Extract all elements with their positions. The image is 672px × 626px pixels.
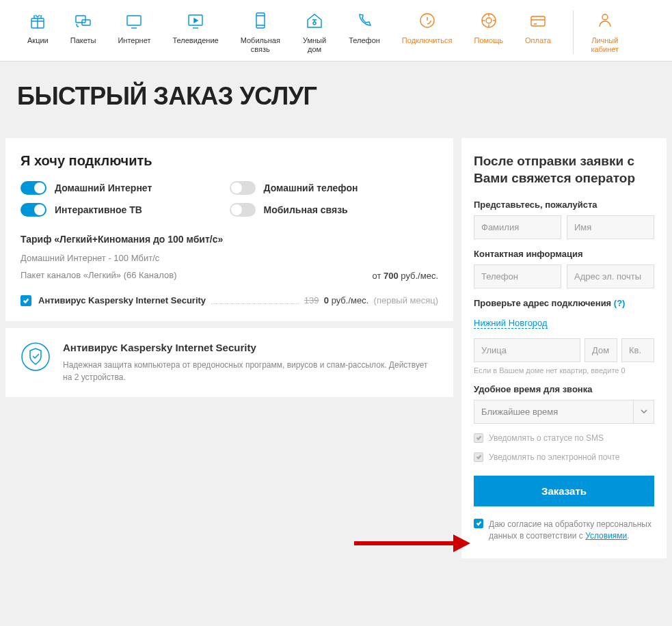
kaspersky-price: 139 0 руб./мес. (первый месяц) [304,295,438,305]
name-input[interactable] [567,215,654,239]
house-input[interactable] [584,338,617,362]
email-notify-checkbox[interactable] [474,452,483,462]
top-nav: АкцииПакетыИнтернетТелевидениеМобильная … [0,0,672,62]
tariff-detail: Домашний Интернет - 100 Мбит/с [21,251,438,266]
toggle-3[interactable] [230,203,256,217]
toggle-2[interactable] [21,203,46,217]
nav-icon [479,10,499,31]
nav-item-8[interactable]: Помощь [474,10,504,54]
nav-icon [354,10,375,31]
apartment-input[interactable] [621,338,654,362]
nav-icon [250,10,271,31]
toggle-0[interactable] [21,181,46,195]
toggle-label: Домашний телефон [264,182,358,193]
toggle-label: Мобильная связь [264,204,348,215]
address-check-label: Проверьте адрес подключения (?) [474,298,654,308]
nav-label: Оплата [525,36,551,45]
nav-icon [528,10,548,31]
nav-item-7[interactable]: Подключиться [402,10,453,54]
nav-icon [185,10,206,31]
svg-point-9 [486,18,492,23]
help-link[interactable]: (?) [614,298,626,308]
services-panel: Я хочу подключить Домашний ИнтернетДомаш… [5,138,453,321]
nav-label: Акции [27,36,49,45]
nav-icon [27,10,48,31]
nav-label: Телевидение [172,36,218,45]
nav-item-4[interactable]: Мобильная связь [241,10,280,54]
nav-label: Личный кабинет [587,36,623,54]
order-form-panel: После отправки заявки с Вами свяжется оп… [461,138,667,558]
sms-notify-checkbox[interactable] [474,433,483,443]
nav-item-10[interactable]: Личный кабинет [587,10,623,54]
call-time-select[interactable]: Ближайшее время [474,400,654,424]
nav-item-2[interactable]: Интернет [118,10,150,54]
order-button[interactable]: Заказать [474,476,654,506]
sms-notify-label: Уведомлять о статусе по SMS [489,433,604,443]
nav-icon [304,10,325,31]
city-link[interactable]: Нижний Новгород [474,318,548,329]
tariff-name: Тариф «Легкий+Киномания до 100 мбит/с» [21,234,438,245]
nav-item-1[interactable]: Пакеты [70,10,96,54]
tariff-detail: Пакет каналов «Легкий» (66 Каналов) [21,269,176,283]
nav-label: Телефон [349,36,380,45]
svg-rect-10 [531,16,545,26]
nav-label: Интернет [118,36,150,45]
nav-label: Подключиться [402,36,453,45]
street-input[interactable] [474,338,580,362]
nav-label: Пакеты [70,36,96,45]
toggle-1[interactable] [230,181,256,195]
nav-item-3[interactable]: Телевидение [172,10,218,54]
nav-icon [124,10,144,31]
nav-icon [73,10,94,31]
svg-rect-3 [127,16,141,25]
toggle-label: Домашний Интернет [55,182,152,193]
svg-point-6 [313,22,316,25]
call-time-label: Удобное время для звонка [474,384,654,394]
kaspersky-checkbox[interactable] [21,295,31,306]
shield-icon [21,342,51,372]
page-title: БЫСТРЫЙ ЗАКАЗ УСЛУГ [0,62,672,138]
nav-item-6[interactable]: Телефон [349,10,380,54]
apartment-hint: Если в Вашем доме нет квартир, введите 0 [474,366,654,375]
chevron-down-icon [634,400,654,424]
kaspersky-label: Антивирус Kaspersky Internet Security [38,295,206,305]
nav-item-0[interactable]: Акции [27,10,49,54]
contact-label: Контактная информация [474,249,654,259]
consent-text: Даю согласие на обработку персональных д… [489,519,654,542]
introduce-label: Представьтесь, пожалуйста [474,200,654,210]
nav-item-5[interactable]: Умный дом [302,10,327,54]
nav-item-9[interactable]: Оплата [525,10,551,54]
terms-link[interactable]: Условиями [585,531,627,541]
phone-input[interactable] [474,264,561,288]
svg-rect-1 [76,16,85,23]
kaspersky-info-panel: Антивирус Kaspersky Internet Security На… [5,328,453,397]
email-input[interactable] [567,264,654,288]
nav-label: Умный дом [302,36,327,54]
consent-checkbox[interactable] [474,519,483,528]
kaspersky-info-title: Антивирус Kaspersky Internet Security [63,342,438,353]
email-notify-label: Уведомлять по электронной почте [489,452,620,462]
svg-point-11 [602,14,608,20]
toggle-label: Интерактивное ТВ [55,204,142,215]
surname-input[interactable] [474,215,561,239]
kaspersky-info-desc: Надежная защита компьютера от вредоносны… [63,359,438,383]
nav-icon [595,10,615,31]
form-title: После отправки заявки с Вами свяжется оп… [474,153,654,187]
nav-label: Помощь [474,36,504,45]
services-title: Я хочу подключить [21,153,438,169]
tariff-price: от 700 руб./мес. [372,271,438,281]
nav-icon [417,10,438,31]
nav-label: Мобильная связь [241,36,280,54]
